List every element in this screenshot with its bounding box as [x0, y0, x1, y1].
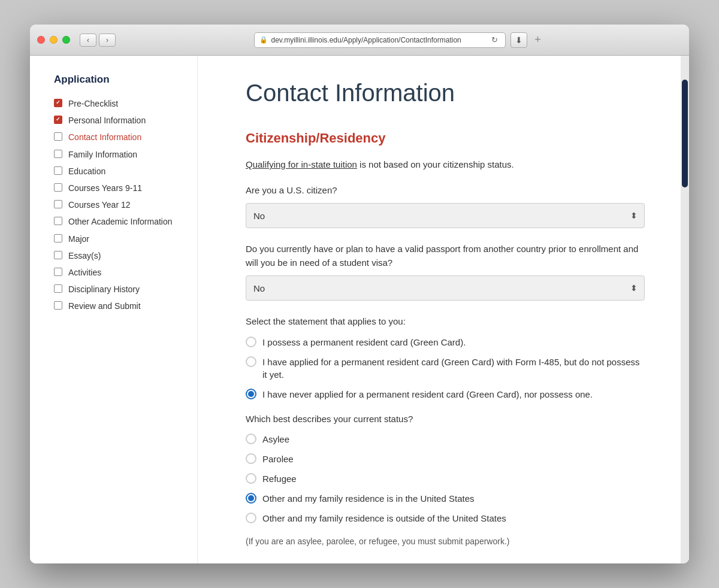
nav-buttons: ‹ ›: [80, 34, 116, 47]
us-citizen-question: Are you a U.S. citizen?: [246, 184, 645, 198]
radio-input-green-card-never: [246, 389, 256, 399]
sidebar-label-contact-information: Contact Information: [68, 132, 141, 143]
sidebar-label-pre-checklist: Pre-Checklist: [68, 98, 118, 109]
sidebar-label-essays: Essay(s): [68, 250, 101, 261]
radio-option-green-card-possess[interactable]: I possess a permanent resident card (Gre…: [246, 336, 645, 348]
checkbox-personal-information: [54, 116, 62, 124]
checkbox-major: [54, 234, 62, 243]
sidebar: Application Pre-ChecklistPersonal Inform…: [30, 56, 198, 563]
main-content: Contact Information Citizenship/Residenc…: [198, 56, 681, 563]
status-label-refugee: Refugee: [262, 472, 297, 485]
status-label-other-outside: Other and my family residence is outside…: [262, 512, 506, 525]
page-title: Contact Information: [246, 80, 645, 107]
sidebar-item-major[interactable]: Major: [54, 231, 185, 247]
status-label-parolee: Parolee: [262, 453, 294, 465]
page-content: Application Pre-ChecklistPersonal Inform…: [30, 56, 689, 563]
radio-option-green-card-never[interactable]: I have never applied for a permanent res…: [246, 388, 645, 401]
status-label-other-us: Other and my family residence is in the …: [262, 492, 475, 505]
sidebar-item-pre-checklist[interactable]: Pre-Checklist: [54, 95, 185, 112]
status-label-asylee: Asylee: [262, 433, 289, 445]
status-option-refugee[interactable]: Refugee: [246, 472, 645, 485]
sidebar-label-education: Education: [68, 166, 105, 177]
sidebar-item-courses-years-9-11[interactable]: Courses Years 9-11: [54, 180, 185, 196]
sidebar-label-courses-year-12: Courses Year 12: [68, 199, 131, 210]
checkbox-pre-checklist: [54, 99, 62, 107]
traffic-lights: [37, 36, 70, 44]
status-option-other-us[interactable]: Other and my family residence is in the …: [246, 492, 645, 505]
status-input-asylee: [246, 434, 256, 444]
sidebar-item-courses-year-12[interactable]: Courses Year 12: [54, 196, 185, 213]
checkbox-review-submit: [54, 301, 62, 310]
status-option-parolee[interactable]: Parolee: [246, 453, 645, 465]
passport-select-container: No Yes ⬍: [246, 275, 645, 301]
sidebar-label-family-information: Family Information: [68, 149, 137, 160]
checkbox-courses-year-12: [54, 200, 62, 208]
radio-label-green-card-never: I have never applied for a permanent res…: [262, 388, 593, 401]
status-input-refugee: [246, 473, 256, 484]
scrollbar-thumb[interactable]: [682, 80, 688, 187]
new-tab-button[interactable]: +: [532, 34, 544, 46]
checkbox-disciplinary-history: [54, 284, 62, 293]
sidebar-title: Application: [54, 74, 185, 86]
radio-label-green-card-applied: I have applied for a permanent resident …: [262, 356, 645, 381]
radio-option-green-card-applied[interactable]: I have applied for a permanent resident …: [246, 356, 645, 381]
section-title: Citizenship/Residency: [246, 131, 645, 146]
sidebar-label-personal-information: Personal Information: [68, 115, 146, 126]
paperwork-note: (If you are an asylee, parolee, or refug…: [246, 537, 645, 546]
status-option-asylee[interactable]: Asylee: [246, 433, 645, 445]
checkbox-contact-information: [54, 132, 62, 141]
checkbox-other-academic-information: [54, 217, 62, 225]
passport-question: Do you currently have or plan to have a …: [246, 243, 645, 269]
status-input-parolee: [246, 453, 256, 464]
title-bar: ‹ › 🔒 dev.myillini.illinois.edu/Apply/Ap…: [30, 25, 689, 56]
checkbox-family-information: [54, 150, 62, 158]
reload-button[interactable]: ↻: [490, 35, 500, 46]
download-button[interactable]: ⬇: [510, 32, 527, 48]
sidebar-label-activities: Activities: [68, 267, 101, 278]
sidebar-item-disciplinary-history[interactable]: Disciplinary History: [54, 281, 185, 298]
sidebar-label-other-academic-information: Other Academic Information: [68, 216, 173, 227]
close-button[interactable]: [37, 36, 45, 44]
passport-select[interactable]: No Yes: [246, 275, 645, 301]
status-input-other-us: [246, 493, 256, 504]
sidebar-label-major: Major: [68, 234, 89, 244]
sidebar-item-personal-information[interactable]: Personal Information: [54, 112, 185, 129]
url-text: dev.myillini.illinois.edu/Apply/Applicat…: [271, 36, 486, 44]
checkbox-activities: [54, 268, 62, 276]
resident-statement-label: Select the statement that applies to you…: [246, 315, 645, 329]
status-radio-group: AsyleeParoleeRefugeeOther and my family …: [246, 433, 645, 525]
sidebar-label-disciplinary-history: Disciplinary History: [68, 284, 140, 295]
us-citizen-select[interactable]: No Yes: [246, 203, 645, 228]
checkbox-courses-years-9-11: [54, 183, 62, 192]
scrollbar-track[interactable]: [681, 56, 689, 563]
sidebar-nav: Pre-ChecklistPersonal InformationContact…: [54, 95, 185, 314]
us-citizen-select-container: No Yes ⬍: [246, 203, 645, 228]
forward-button[interactable]: ›: [99, 34, 116, 47]
sidebar-item-essays[interactable]: Essay(s): [54, 247, 185, 264]
address-bar-container: 🔒 dev.myillini.illinois.edu/Apply/Applic…: [116, 32, 682, 48]
sidebar-label-courses-years-9-11: Courses Years 9-11: [68, 183, 142, 193]
sidebar-item-family-information[interactable]: Family Information: [54, 146, 185, 163]
status-option-other-outside[interactable]: Other and my family residence is outside…: [246, 512, 645, 525]
radio-input-green-card-applied: [246, 356, 256, 367]
radio-input-green-card-possess: [246, 337, 256, 347]
sidebar-item-contact-information[interactable]: Contact Information: [54, 129, 185, 146]
qualifying-link[interactable]: Qualifying for in-state tuition: [246, 159, 357, 169]
sidebar-item-other-academic-information[interactable]: Other Academic Information: [54, 213, 185, 230]
sidebar-label-review-submit: Review and Submit: [68, 301, 141, 311]
resident-radio-group: I possess a permanent resident card (Gre…: [246, 336, 645, 401]
radio-label-green-card-possess: I possess a permanent resident card (Gre…: [262, 336, 466, 348]
address-bar[interactable]: 🔒 dev.myillini.illinois.edu/Apply/Applic…: [254, 32, 506, 48]
status-input-other-outside: [246, 513, 256, 523]
qualifying-text: Qualifying for in-state tuition is not b…: [246, 158, 645, 172]
sidebar-item-education[interactable]: Education: [54, 163, 185, 180]
back-button[interactable]: ‹: [80, 34, 96, 47]
maximize-button[interactable]: [62, 36, 70, 44]
sidebar-item-activities[interactable]: Activities: [54, 264, 185, 281]
minimize-button[interactable]: [50, 36, 58, 44]
lock-icon: 🔒: [259, 36, 268, 44]
sidebar-item-review-submit[interactable]: Review and Submit: [54, 298, 185, 314]
browser-window: ‹ › 🔒 dev.myillini.illinois.edu/Apply/Ap…: [30, 25, 689, 563]
checkbox-essays: [54, 251, 62, 259]
current-status-question: Which best describes your current status…: [246, 413, 645, 426]
